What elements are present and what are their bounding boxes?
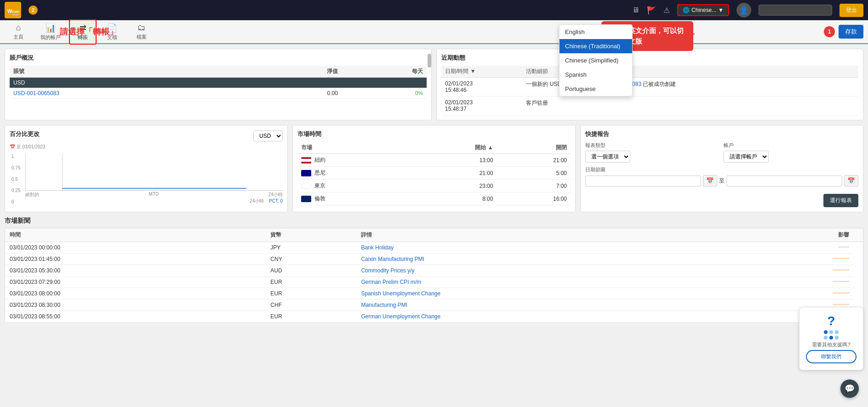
lang-option-chinese-traditional[interactable]: Chinese (Traditional): [560, 39, 632, 53]
market-name-sy: 悉尼: [297, 167, 408, 180]
news-detail-1: Bank Holiday: [356, 242, 742, 254]
nav-label-files: 檔案: [137, 34, 147, 40]
news-currency-3: AUD: [266, 265, 356, 277]
globe-icon: 🌐: [683, 7, 690, 13]
alert-icon[interactable]: ⚠: [663, 6, 670, 15]
flag-icon[interactable]: 🚩: [647, 6, 656, 15]
question-mark-icon: ?: [806, 314, 857, 327]
callout-arrow: [688, 30, 695, 38]
account-id-cell: USD: [10, 78, 257, 88]
home-icon: ⌂: [16, 23, 21, 33]
news-link-3[interactable]: Commodity Prices y/y: [361, 267, 414, 274]
date-range-text: 至 03/01/2023: [17, 144, 46, 149]
market-open-sy: 21:00: [408, 167, 497, 180]
user-avatar-button[interactable]: 👤: [737, 3, 751, 17]
language-selector-button[interactable]: 🌐 Chinese... ▼: [677, 4, 729, 16]
run-report-button[interactable]: 運行報表: [823, 194, 858, 207]
news-link-2[interactable]: Caixin Manufacturing PMI: [361, 256, 424, 262]
account-link[interactable]: USD-001-0065083: [13, 90, 59, 96]
news-detail-2: Caixin Manufacturing PMI: [356, 254, 742, 265]
date-to-input[interactable]: [726, 175, 842, 187]
chevron-down-icon: ▼: [718, 7, 724, 13]
account-daily-value: 0%: [342, 88, 427, 99]
nav-item-home[interactable]: ⌂ 主頁: [5, 20, 32, 43]
news-link-6[interactable]: Manufacturing PMI: [361, 302, 407, 308]
report-type-select[interactable]: 選一個選項: [585, 151, 630, 163]
news-time-5: 03/01/2023 08:00:00: [5, 288, 266, 300]
date-from-input[interactable]: [585, 175, 701, 187]
table-row: 紐約 13:00 21:00: [297, 154, 571, 167]
account-net-cell: [257, 78, 342, 88]
percentage-change-panel: 百分比更改 USD 📅 至 03/01/2023 1 0.75 0.5 0.25…: [5, 125, 288, 212]
news-link-7[interactable]: German Unemployment Change: [361, 313, 440, 320]
lang-option-chinese-simplified[interactable]: Chinese (Simplified): [560, 53, 632, 68]
news-time-7: 03/01/2023 08:55:00: [5, 311, 266, 322]
activity-col-date: 日期/時間 ▼: [441, 66, 522, 78]
nav-item-files[interactable]: 🗂 檔案: [128, 20, 155, 43]
notification-badge[interactable]: 2: [29, 6, 38, 15]
account-daily-cell: [342, 78, 427, 88]
currency-selector[interactable]: USD: [253, 130, 283, 141]
news-col-time: 時間: [5, 228, 266, 242]
calendar-from-button[interactable]: 📅: [703, 175, 717, 187]
recent-activity-panel: 近期動態 日期/時間 ▼ 活動細節 02/01/2023 15:48:46 一個…: [436, 49, 863, 120]
news-impact-3: 〰〰〰: [742, 265, 854, 277]
quick-reports-title: 快捷報告: [585, 130, 858, 138]
table-row: 02/01/2023 15:48:46 一個新的 USD Trading 帳戶 …: [441, 78, 858, 96]
monitor-icon[interactable]: 🖥: [632, 6, 640, 14]
sec-nav-right: 1 存款: [824, 25, 863, 39]
search-input[interactable]: [759, 5, 832, 16]
market-col-name: 市場: [297, 142, 408, 154]
news-time-3: 03/01/2023 05:30:00: [5, 265, 266, 277]
lang-option-english[interactable]: English: [560, 25, 632, 39]
impact-icon-4: 〰〰〰: [833, 279, 849, 285]
table-row: 03/01/2023 07:29:00 EUR German Prelim CP…: [5, 277, 863, 288]
top-navigation-bar: W OANDA SMARTER TRADING 2 🖥 🚩 ⚠ 🌐 Chines…: [0, 0, 868, 20]
market-open-tk: 23:00: [408, 180, 497, 192]
secondary-navigation: ⌂ 主頁 📊 我的帳戶 ⇄ 轉賬 📄 文檔 🗂 檔案 請選擇「轉帳」 1 存款: [0, 20, 868, 44]
account-table: 賬號 淨值 每天 USD USD-001-0065083 0.00 0%: [10, 66, 427, 99]
table-row: USD-001-0065083 0.00 0%: [10, 88, 427, 99]
market-col-open: 開始 ▲: [408, 142, 497, 154]
activity-table: 日期/時間 ▼ 活動細節 02/01/2023 15:48:46 一個新的 US…: [441, 66, 858, 115]
language-dropdown: English Chinese (Traditional) Chinese (S…: [559, 24, 633, 96]
date-range-label: 日期節圍: [585, 166, 858, 173]
news-impact-2: 〰〰〰: [742, 254, 854, 265]
logo-area: W OANDA SMARTER TRADING: [5, 2, 21, 18]
market-close-ld: 16:00: [497, 192, 571, 205]
quick-reports-panel: 快捷報告 報表類型 選一個選項 帳戶 請選擇帳戶 日期節圍 📅 至: [580, 125, 863, 212]
news-link-1[interactable]: Bank Holiday: [361, 244, 394, 251]
news-currency-6: CHF: [266, 300, 356, 311]
impact-icon-3: 〰〰〰: [833, 267, 849, 274]
market-open-ny: 13:00: [408, 154, 497, 167]
news-impact-4: 〰〰〰: [742, 277, 854, 288]
logout-button[interactable]: 登出: [839, 4, 863, 17]
scrollbar-thumb[interactable]: [428, 54, 431, 68]
news-detail-7: German Unemployment Change: [356, 311, 742, 322]
table-row: 03/01/2023 05:30:00 AUD Commodity Prices…: [5, 265, 863, 277]
account-link-cell[interactable]: USD-001-0065083: [10, 88, 257, 99]
table-row: 03/01/2023 01:45:00 CNY Caixin Manufactu…: [5, 254, 863, 265]
news-link-4[interactable]: German Prelim CPI m/m: [361, 279, 421, 285]
account-select-label: 帳戶: [724, 142, 858, 149]
news-detail-6: Manufacturing PMI: [356, 300, 742, 311]
lang-option-portuguese[interactable]: Portuguese: [560, 82, 632, 96]
table-row: 東京 23:00 7:00: [297, 180, 571, 192]
news-impact-1: 〰〰: [742, 242, 854, 254]
deposit-button[interactable]: 存款: [839, 25, 863, 39]
lang-option-spanish[interactable]: Spanish: [560, 68, 632, 82]
market-news-title: 市場新聞: [5, 217, 863, 225]
calendar-to-button[interactable]: 📅: [844, 175, 858, 187]
impact-icon-5: 〰〰〰: [833, 290, 849, 297]
market-close-sy: 5:00: [497, 167, 571, 180]
market-news-section: 市場新聞 時間 貨幣 詳情 影響 03/01/2023 00:00:00 JPY…: [0, 217, 868, 327]
chart-y-labels: 1 0.75 0.5 0.25 0: [11, 154, 20, 204]
percentage-change-title: 百分比更改: [10, 130, 40, 138]
activity-detail-2: 客戶驻册: [522, 96, 858, 115]
support-widget: ? 需要其他支援嗎? 聯繫我們: [799, 307, 863, 327]
account-icon: 📊: [46, 23, 56, 33]
news-link-5[interactable]: Spanish Unemployment Change: [361, 290, 440, 297]
news-currency-5: EUR: [266, 288, 356, 300]
account-select[interactable]: 請選擇帳戶: [724, 151, 769, 163]
news-currency-4: EUR: [266, 277, 356, 288]
